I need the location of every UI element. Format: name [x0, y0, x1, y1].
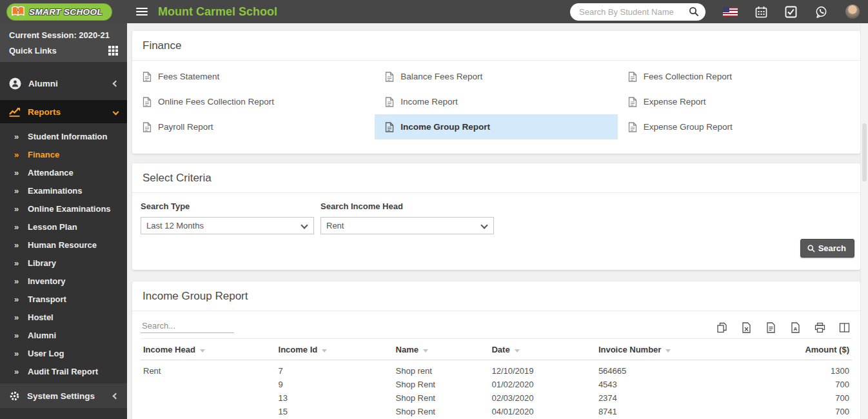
double-arrow-icon: » — [14, 258, 28, 268]
student-search-box[interactable] — [570, 3, 705, 21]
csv-export-icon[interactable] — [765, 322, 776, 333]
print-icon[interactable] — [814, 322, 825, 333]
table-search-input[interactable] — [141, 319, 234, 333]
submenu-user-log[interactable]: »User Log — [0, 344, 127, 362]
col-header-name[interactable]: Name — [393, 339, 489, 360]
link-expense-report[interactable]: Expense Report — [618, 89, 860, 114]
submenu-alumni[interactable]: »Alumni — [0, 326, 127, 344]
sidebar-item-reports[interactable]: Reports — [0, 100, 127, 123]
search-button[interactable]: Search — [800, 239, 854, 258]
file-text-icon — [385, 97, 394, 107]
quick-links[interactable]: Quick Links — [9, 46, 118, 56]
report-card-title: Income Group Report — [132, 281, 860, 311]
income-head-select[interactable]: Rent — [321, 217, 494, 234]
file-text-icon — [385, 72, 394, 82]
sidebar-item-alumni[interactable]: Alumni — [0, 72, 127, 95]
scrollbar-track[interactable] — [860, 23, 868, 419]
quick-links-label: Quick Links — [9, 46, 57, 56]
col-header-income-id[interactable]: Income Id — [276, 339, 393, 360]
app-logo[interactable]: SMART SCHOOL — [0, 0, 127, 23]
submenu-finance[interactable]: »Finance — [0, 145, 127, 163]
file-text-icon — [143, 72, 152, 82]
submenu-library[interactable]: »Library — [0, 254, 127, 272]
double-arrow-icon: » — [14, 294, 28, 304]
submenu-lesson-plan[interactable]: »Lesson Plan — [0, 218, 127, 236]
todo-check-icon[interactable] — [785, 6, 797, 18]
file-text-icon — [143, 122, 152, 132]
scrollbar-thumb[interactable] — [862, 123, 867, 181]
alumni-icon — [9, 77, 21, 90]
excel-export-icon[interactable] — [741, 322, 752, 333]
submenu-attendance[interactable]: »Attendance — [0, 163, 127, 181]
submenu-student-information[interactable]: »Student Information — [0, 127, 127, 145]
submenu-online-examinations[interactable]: »Online Examinations — [0, 199, 127, 218]
col-header-income-head[interactable]: Income Head — [141, 339, 276, 360]
finance-card-title: Finance — [132, 31, 860, 61]
double-arrow-icon: » — [14, 204, 28, 214]
topbar-actions — [570, 3, 868, 21]
report-toolbar: A — [132, 311, 860, 338]
col-header-amount[interactable]: Amount ($) — [745, 339, 853, 360]
link-fees-statement[interactable]: Fees Statement — [132, 64, 375, 89]
link-income-group-report[interactable]: Income Group Report — [375, 114, 617, 139]
col-header-invoice-number[interactable]: Invoice Number — [596, 339, 745, 360]
file-text-icon — [143, 97, 152, 107]
session-block: Current Session: 2020-21 Quick Links — [0, 23, 127, 62]
finance-links-grid: Fees Statement Balance Fees Report Fees … — [132, 64, 860, 139]
main-content: Finance Fees Statement Balance Fees Repo… — [127, 23, 868, 419]
calendar-icon[interactable] — [755, 6, 767, 18]
sort-icon — [423, 349, 428, 353]
chevron-down-icon — [113, 108, 119, 115]
link-payroll-report[interactable]: Payroll Report — [132, 114, 375, 139]
sidebar-toggle-icon[interactable] — [136, 6, 148, 17]
student-search-input[interactable] — [579, 7, 689, 17]
link-income-report[interactable]: Income Report — [375, 89, 617, 114]
chevron-left-icon — [113, 80, 119, 87]
sort-icon — [200, 349, 205, 353]
link-fees-collection-report[interactable]: Fees Collection Report — [618, 64, 860, 89]
double-arrow-icon: » — [14, 186, 28, 196]
reports-chart-icon — [9, 107, 21, 117]
sidebar-item-label: Reports — [28, 107, 61, 117]
criteria-card-title: Select Criteria — [132, 163, 860, 193]
submenu-hostel[interactable]: »Hostel — [0, 308, 127, 326]
sidebar: Current Session: 2020-21 Quick Links Alu… — [0, 23, 127, 419]
double-arrow-icon: » — [14, 367, 28, 376]
file-text-icon — [628, 97, 637, 107]
col-header-date[interactable]: Date — [489, 339, 595, 360]
income-group-report-card: Income Group Report A — [132, 281, 860, 419]
submenu-inventory[interactable]: »Inventory — [0, 272, 127, 290]
search-type-select[interactable]: Last 12 Months — [141, 217, 314, 234]
chevron-left-icon — [113, 393, 119, 399]
double-arrow-icon: » — [14, 168, 28, 178]
submenu-examinations[interactable]: »Examinations — [0, 181, 127, 199]
double-arrow-icon: » — [14, 132, 28, 141]
sidebar-item-label: Alumni — [28, 79, 58, 88]
copy-icon[interactable] — [716, 322, 727, 333]
submenu-human-resource[interactable]: »Human Resource — [0, 236, 127, 254]
book-logo-icon — [11, 5, 25, 18]
double-arrow-icon: » — [14, 150, 28, 159]
double-arrow-icon: » — [14, 240, 28, 250]
double-arrow-icon: » — [14, 312, 28, 322]
grid-icon[interactable] — [108, 46, 118, 56]
link-expense-group-report[interactable]: Expense Group Report — [618, 114, 860, 139]
smart-school-logo: SMART SCHOOL — [6, 3, 112, 21]
user-avatar[interactable] — [845, 5, 860, 19]
link-online-fees-collection-report[interactable]: Online Fees Collection Report — [132, 89, 375, 114]
income-head-label: Search Income Head — [321, 201, 494, 211]
double-arrow-icon: » — [14, 349, 28, 358]
column-visibility-icon[interactable] — [839, 322, 850, 333]
select-criteria-card: Select Criteria Search Type Last 12 Mont… — [132, 163, 860, 270]
search-icon[interactable] — [689, 6, 699, 17]
whatsapp-icon[interactable] — [814, 5, 828, 19]
file-text-icon — [628, 72, 637, 82]
file-text-icon — [385, 122, 394, 132]
language-flag-icon[interactable] — [723, 7, 738, 17]
sidebar-item-system-settings[interactable]: System Settings — [0, 383, 127, 408]
link-balance-fees-report[interactable]: Balance Fees Report — [375, 64, 617, 89]
pdf-export-icon[interactable]: A — [790, 322, 801, 333]
submenu-transport[interactable]: »Transport — [0, 290, 127, 308]
svg-text:A: A — [794, 326, 798, 332]
submenu-audit-trail-report[interactable]: »Audit Trail Report — [0, 362, 127, 380]
